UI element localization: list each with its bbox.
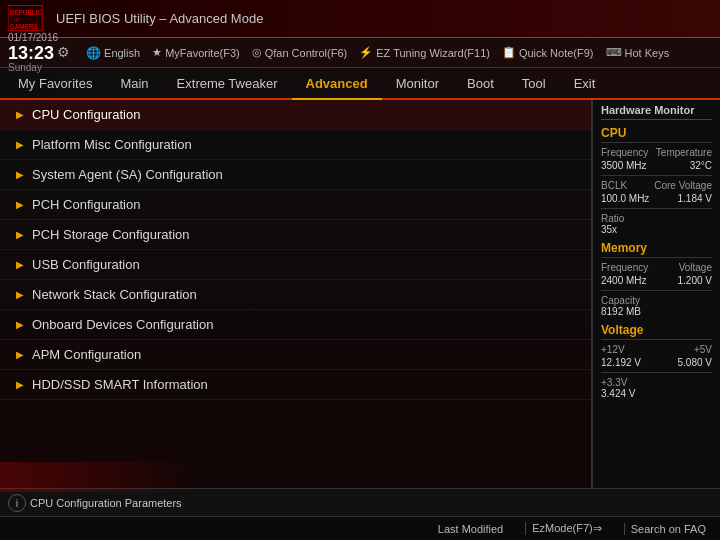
quick-note-btn[interactable]: 📋 Quick Note(F9) [502, 46, 594, 59]
ez-icon: ⚡ [359, 46, 373, 59]
time-display: 13:23 [8, 44, 54, 62]
bclk-label: BCLK [601, 180, 627, 191]
hw-monitor-title: Hardware Monitor [601, 104, 712, 120]
menu-system-agent[interactable]: ▶ System Agent (SA) Configuration [0, 160, 591, 190]
ez-tuning-btn[interactable]: ⚡ EZ Tuning Wizard(F11) [359, 46, 490, 59]
note-icon: 📋 [502, 46, 516, 59]
mem-freq-val-row: 2400 MHz 1.200 V [601, 275, 712, 286]
menu-cpu-config[interactable]: ▶ CPU Configuration [0, 100, 591, 130]
nav-boot[interactable]: Boot [453, 68, 508, 100]
voltage-section-title: Voltage [601, 323, 712, 340]
menu-label-6: Network Stack Configuration [32, 287, 197, 302]
favorites-btn[interactable]: ★ MyFavorite(F3) [152, 46, 240, 59]
v5-value: 5.080 V [678, 357, 712, 368]
cpu-temp-value: 32°C [690, 160, 712, 171]
menu-network-stack[interactable]: ▶ Network Stack Configuration [0, 280, 591, 310]
last-modified-btn[interactable]: Last Modified [432, 523, 509, 535]
arrow-icon-6: ▶ [16, 289, 24, 300]
bottom-bar: Last Modified EzMode(F7)⇒ Search on FAQ [0, 516, 720, 540]
ratio-value: 35x [601, 224, 712, 235]
bclk-row: BCLK Core Voltage [601, 180, 712, 191]
arrow-icon-4: ▶ [16, 229, 24, 240]
v33-value: 3.424 V [601, 388, 712, 399]
nav-exit[interactable]: Exit [560, 68, 610, 100]
nav-my-favorites[interactable]: My Favorites [4, 68, 106, 100]
settings-icon[interactable]: ⚙ [57, 44, 70, 61]
menu-platform-misc[interactable]: ▶ Platform Misc Configuration [0, 130, 591, 160]
ratio-label: Ratio [601, 213, 712, 224]
v12-val-row: 12.192 V 5.080 V [601, 357, 712, 368]
nav-bar: My Favorites Main Extreme Tweaker Advanc… [0, 68, 720, 100]
cpu-freq-row: Frequency Temperature [601, 147, 712, 158]
nav-tool[interactable]: Tool [508, 68, 560, 100]
language-label: English [104, 47, 140, 59]
quick-note-label: Quick Note(F9) [519, 47, 594, 59]
svg-text:OF: OF [13, 17, 20, 22]
v12-value: 12.192 V [601, 357, 641, 368]
menu-label-0: CPU Configuration [32, 107, 140, 122]
mem-volt-value: 1.200 V [678, 275, 712, 286]
search-faq-btn[interactable]: Search on FAQ [624, 523, 712, 535]
memory-section-title: Memory [601, 241, 712, 258]
favorites-label: MyFavorite(F3) [165, 47, 240, 59]
ez-mode-btn[interactable]: EzMode(F7)⇒ [525, 522, 608, 535]
mem-freq-value: 2400 MHz [601, 275, 647, 286]
arrow-icon-7: ▶ [16, 319, 24, 330]
ez-label: EZ Tuning Wizard(F11) [376, 47, 490, 59]
menu-pch-storage[interactable]: ▶ PCH Storage Configuration [0, 220, 591, 250]
menu-label-3: PCH Configuration [32, 197, 140, 212]
svg-text:GAMERS: GAMERS [10, 22, 38, 29]
arrow-icon-5: ▶ [16, 259, 24, 270]
arrow-icon-9: ▶ [16, 379, 24, 390]
nav-extreme-tweaker[interactable]: Extreme Tweaker [163, 68, 292, 100]
mem-volt-label: Voltage [679, 262, 712, 273]
divider-3 [601, 290, 712, 291]
menu-pch-config[interactable]: ▶ PCH Configuration [0, 190, 591, 220]
divider-2 [601, 208, 712, 209]
arrow-icon-2: ▶ [16, 169, 24, 180]
info-bar-items: 🌐 English ★ MyFavorite(F3) ◎ Qfan Contro… [86, 46, 669, 60]
language-selector[interactable]: 🌐 English [86, 46, 140, 60]
menu-label-2: System Agent (SA) Configuration [32, 167, 223, 182]
status-text: CPU Configuration Parameters [30, 497, 712, 509]
bclk-value: 100.0 MHz [601, 193, 649, 204]
date-display: 01/17/2016 [8, 32, 70, 44]
menu-label-7: Onboard Devices Configuration [32, 317, 213, 332]
language-icon: 🌐 [86, 46, 101, 60]
cpu-freq-label: Frequency [601, 147, 648, 158]
menu-label-5: USB Configuration [32, 257, 140, 272]
menu-label-8: APM Configuration [32, 347, 141, 362]
fan-icon: ◎ [252, 46, 262, 59]
bottom-actions: Last Modified EzMode(F7)⇒ Search on FAQ [432, 522, 712, 535]
v12-row: +12V +5V [601, 344, 712, 355]
menu-label-1: Platform Misc Configuration [32, 137, 192, 152]
bios-title: UEFI BIOS Utility – Advanced Mode [56, 11, 263, 26]
arrow-icon-3: ▶ [16, 199, 24, 210]
bclk-val-row: 100.0 MHz 1.184 V [601, 193, 712, 204]
menu-hdd-smart[interactable]: ▶ HDD/SSD SMART Information [0, 370, 591, 400]
right-panel: Hardware Monitor CPU Frequency Temperatu… [592, 100, 720, 488]
v33-label: +3.3V [601, 377, 712, 388]
nav-main[interactable]: Main [106, 68, 162, 100]
menu-label-4: PCH Storage Configuration [32, 227, 190, 242]
hot-keys-label: Hot Keys [625, 47, 670, 59]
v5-label: +5V [694, 344, 712, 355]
arrow-icon-8: ▶ [16, 349, 24, 360]
nav-monitor[interactable]: Monitor [382, 68, 453, 100]
cpu-section-title: CPU [601, 126, 712, 143]
capacity-label: Capacity [601, 295, 712, 306]
star-icon: ★ [152, 46, 162, 59]
hot-keys-btn[interactable]: ⌨ Hot Keys [606, 46, 670, 59]
qfan-btn[interactable]: ◎ Qfan Control(F6) [252, 46, 348, 59]
info-icon: i [8, 494, 26, 512]
header-bar: REPUBLIC OF GAMERS UEFI BIOS Utility – A… [0, 0, 720, 38]
nav-advanced[interactable]: Advanced [292, 68, 382, 100]
status-bar: i CPU Configuration Parameters [0, 488, 720, 516]
core-volt-value: 1.184 V [678, 193, 712, 204]
capacity-value: 8192 MB [601, 306, 712, 317]
menu-onboard-devices[interactable]: ▶ Onboard Devices Configuration [0, 310, 591, 340]
menu-apm-config[interactable]: ▶ APM Configuration [0, 340, 591, 370]
rog-logo: REPUBLIC OF GAMERS [8, 5, 44, 33]
arrow-icon-0: ▶ [16, 109, 24, 120]
menu-usb-config[interactable]: ▶ USB Configuration [0, 250, 591, 280]
